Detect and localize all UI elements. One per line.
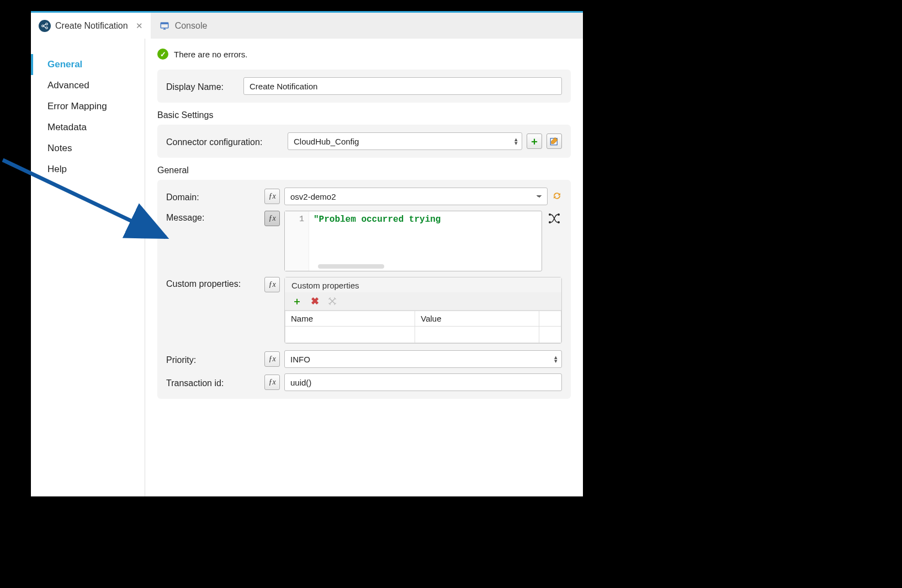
dataweave-map-button[interactable] bbox=[546, 211, 562, 226]
svg-point-12 bbox=[549, 221, 551, 223]
edit-config-button[interactable] bbox=[546, 133, 562, 149]
svg-rect-7 bbox=[161, 23, 168, 24]
svg-point-14 bbox=[558, 221, 560, 223]
col-name: Name bbox=[285, 311, 415, 327]
fx-icon: ƒx bbox=[268, 355, 275, 364]
svg-line-5 bbox=[44, 26, 46, 27]
custom-props-label: Custom properties: bbox=[166, 277, 264, 289]
flow-icon bbox=[39, 20, 51, 32]
basic-settings-title: Basic Settings bbox=[157, 110, 571, 120]
priority-select[interactable]: INFO bbox=[284, 350, 562, 368]
tab-label: Console bbox=[175, 21, 208, 31]
fx-custom-button[interactable]: ƒx bbox=[264, 277, 280, 292]
svg-line-4 bbox=[44, 24, 46, 25]
console-icon bbox=[158, 20, 171, 32]
delete-row-button[interactable]: ✖ bbox=[308, 295, 321, 308]
message-code: "Problem occurred trying bbox=[309, 211, 445, 271]
scroll-thumb[interactable] bbox=[318, 264, 384, 269]
domain-select[interactable]: osv2-demo2 bbox=[284, 188, 548, 205]
sidebar-item-help[interactable]: Help bbox=[31, 159, 145, 180]
display-name-label: Display Name: bbox=[166, 80, 243, 92]
priority-label: Priority: bbox=[166, 353, 264, 365]
gutter-line: 1 bbox=[285, 211, 309, 271]
fx-domain-button[interactable]: ƒx bbox=[264, 189, 280, 204]
svg-point-13 bbox=[558, 213, 560, 216]
fx-message-button[interactable]: ƒx bbox=[264, 211, 280, 226]
transaction-id-input[interactable] bbox=[284, 373, 562, 391]
main-panel: ✓ There are no errors. Display Name: Bas… bbox=[145, 39, 583, 496]
general-title: General bbox=[157, 165, 571, 175]
svg-point-11 bbox=[549, 213, 551, 216]
custom-properties-table[interactable]: Name Value bbox=[285, 311, 561, 343]
table-row[interactable] bbox=[285, 327, 561, 343]
clear-rows-button[interactable] bbox=[326, 295, 339, 308]
status-ok-icon: ✓ bbox=[157, 49, 168, 60]
fx-icon: ƒx bbox=[268, 280, 275, 289]
tab-label: Create Notification bbox=[55, 21, 128, 31]
tab-console[interactable]: Console bbox=[151, 13, 215, 39]
col-value: Value bbox=[415, 311, 539, 327]
custom-properties-title: Custom properties bbox=[285, 277, 561, 292]
sidebar-item-notes[interactable]: Notes bbox=[31, 138, 145, 159]
fx-icon: ƒx bbox=[268, 378, 275, 387]
tab-create-notification[interactable]: Create Notification ✕ bbox=[31, 13, 151, 39]
fx-icon: ƒx bbox=[268, 214, 275, 223]
message-editor[interactable]: 1 "Problem occurred trying bbox=[284, 211, 542, 271]
sidebar-item-general[interactable]: General bbox=[31, 54, 145, 75]
refresh-button[interactable] bbox=[552, 191, 562, 202]
fx-priority-button[interactable]: ƒx bbox=[264, 351, 280, 367]
plus-icon: ＋ bbox=[529, 135, 539, 148]
add-row-button[interactable]: ＋ bbox=[290, 295, 304, 308]
add-config-button[interactable]: ＋ bbox=[527, 133, 542, 149]
tab-bar: Create Notification ✕ Console bbox=[31, 11, 583, 39]
fx-icon: ƒx bbox=[268, 192, 275, 201]
close-icon[interactable]: ✕ bbox=[136, 21, 143, 31]
status-row: ✓ There are no errors. bbox=[157, 49, 571, 60]
connector-config-label: Connector configuration: bbox=[166, 135, 288, 147]
sidebar-item-error-mapping[interactable]: Error Mapping bbox=[31, 96, 145, 117]
edit-icon bbox=[548, 135, 560, 147]
svg-point-2 bbox=[46, 23, 48, 25]
status-text: There are no errors. bbox=[174, 50, 247, 59]
transaction-id-label: Transaction id: bbox=[166, 376, 264, 388]
custom-properties-panel: Custom properties ＋ ✖ Name bbox=[284, 277, 562, 344]
fx-txid-button[interactable]: ƒx bbox=[264, 375, 280, 390]
svg-point-3 bbox=[46, 26, 48, 29]
sidebar-item-metadata[interactable]: Metadata bbox=[31, 117, 145, 138]
sidebar-item-advanced[interactable]: Advanced bbox=[31, 75, 145, 96]
sidebar: General Advanced Error Mapping Metadata … bbox=[31, 39, 145, 496]
connector-config-select[interactable]: CloudHub_Config bbox=[288, 132, 522, 150]
editor-window: Create Notification ✕ Console General Ad… bbox=[31, 11, 583, 496]
domain-label: Domain: bbox=[166, 190, 264, 202]
message-label: Message: bbox=[166, 211, 264, 223]
display-name-input[interactable] bbox=[243, 77, 562, 95]
